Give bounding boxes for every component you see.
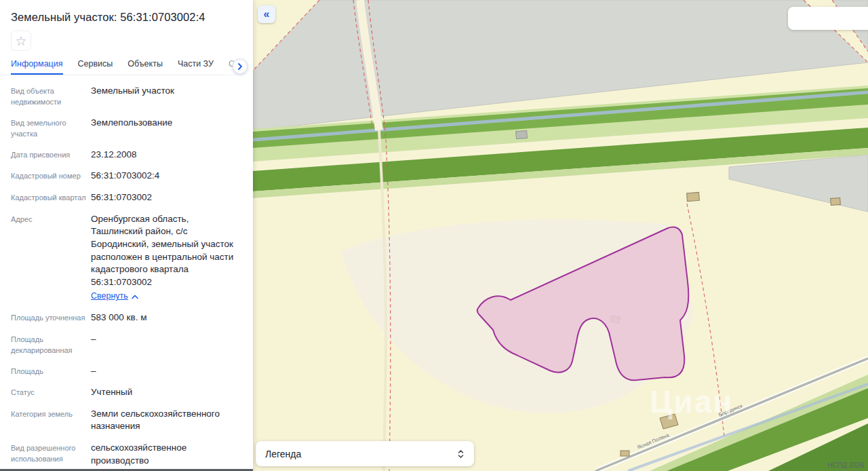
favorite-star-button[interactable]: ☆ <box>11 31 31 51</box>
field-label: Адрес <box>11 213 87 225</box>
field-label: Кадастровый номер <box>11 170 87 182</box>
chevron-up-icon <box>132 295 138 299</box>
fields-list: Вид объекта недвижимости Земельный участ… <box>0 75 253 471</box>
legend-toggle[interactable]: Легенда <box>256 441 474 466</box>
field-label: Площадь <box>11 365 87 377</box>
tabs-scroll-right-button[interactable] <box>233 59 248 74</box>
tab-objects[interactable]: Объекты <box>127 52 163 75</box>
tabs-bar: Информация Сервисы Объекты Части ЗУ Сост… <box>0 52 253 75</box>
field-value: – <box>91 365 242 378</box>
field-label: Статус <box>11 386 87 398</box>
field-value: Землепользование <box>91 117 242 130</box>
address-collapse-link[interactable]: Свернуть <box>91 290 138 302</box>
field-row: Кадастровый номер 56:31:0703002:4 <box>11 170 242 183</box>
field-value: 56:31:0703002 <box>91 191 242 204</box>
field-row: Площадь – <box>11 365 242 378</box>
field-row: Дата присвоения 23.12.2008 <box>11 149 242 162</box>
field-row: Вид объекта недвижимости Земельный участ… <box>11 85 242 108</box>
field-label: Дата присвоения <box>11 149 87 161</box>
chevron-right-icon <box>237 63 243 70</box>
tab-services[interactable]: Сервисы <box>78 52 113 75</box>
field-label: Кадастровый квартал <box>11 191 87 204</box>
legend-label: Легенда <box>265 449 301 459</box>
field-row: Статус Учтенный <box>11 386 242 399</box>
page-title: Земельный участок: 56:31:0703002:4 <box>0 0 253 28</box>
collapse-panel-button[interactable]: « <box>258 5 275 23</box>
field-value: 56:31:0703002:4 <box>91 170 242 183</box>
field-label: Категория земель <box>11 408 87 420</box>
map-attribution: НСПД 2026 <box>828 461 864 469</box>
parcel-info-panel: Земельный участок: 56:31:0703002:4 ☆ Инф… <box>0 0 253 471</box>
field-row: Кадастровый квартал 56:31:0703002 <box>11 191 242 204</box>
field-row-address: Адрес Оренбургская область, Ташлинский р… <box>11 213 242 303</box>
collapse-link-label: Свернуть <box>91 290 128 302</box>
map-area[interactable]: Ясная Поляна Бородинск Циан « Легенда НС… <box>253 0 868 471</box>
unfold-icon <box>457 449 465 459</box>
field-label: Вид объекта недвижимости <box>11 85 87 108</box>
field-row: Вид разрешенного использования сельскохо… <box>11 442 242 467</box>
field-row: Вид земельного участка Землепользование <box>11 117 242 140</box>
field-label: Площадь декларированная <box>11 333 87 356</box>
field-value: сельскохозяйственное производство <box>91 442 242 467</box>
search-box[interactable] <box>788 7 868 30</box>
map-canvas[interactable]: Ясная Поляна Бородинск Циан <box>253 0 868 471</box>
tab-information[interactable]: Информация <box>11 52 63 75</box>
field-value: – <box>91 333 242 346</box>
field-label: Вид земельного участка <box>11 117 87 140</box>
field-row: Площадь декларированная – <box>11 333 242 356</box>
field-value: Учтенный <box>91 386 242 399</box>
address-text: Оренбургская область, Ташлинский район, … <box>91 214 233 287</box>
field-value: Оренбургская область, Ташлинский район, … <box>91 213 242 303</box>
tab-parcel-parts[interactable]: Части ЗУ <box>178 52 214 75</box>
app-root: Земельный участок: 56:31:0703002:4 ☆ Инф… <box>0 0 868 471</box>
field-value: 583 000 кв. м <box>91 312 242 324</box>
watermark: Циан <box>650 384 733 419</box>
field-value: Земельный участок <box>91 85 242 98</box>
star-icon: ☆ <box>15 35 26 48</box>
field-label: Вид разрешенного использования <box>11 442 87 465</box>
field-value: Земли сельскохозяйственного назначения <box>91 408 242 433</box>
field-value: 23.12.2008 <box>91 149 242 162</box>
field-row: Категория земель Земли сельскохозяйствен… <box>11 408 242 433</box>
field-label: Площадь уточненная <box>11 312 87 324</box>
field-row: Площадь уточненная 583 000 кв. м <box>11 312 242 324</box>
